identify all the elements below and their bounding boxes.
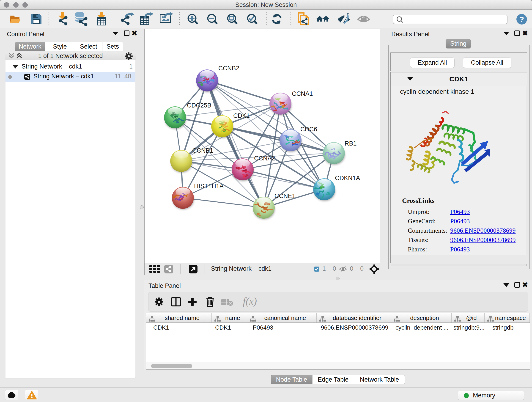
svg-text:CCNB2: CCNB2 (218, 65, 239, 72)
svg-text:CCNE1: CCNE1 (274, 192, 296, 199)
svg-text:CCNA1: CCNA1 (292, 90, 313, 97)
svg-text:CCNB1: CCNB1 (192, 147, 213, 154)
svg-text:RB1: RB1 (345, 140, 357, 147)
svg-text:CDKN1A: CDKN1A (335, 175, 360, 182)
svg-text:HIST1H1A: HIST1H1A (194, 183, 224, 190)
svg-text:CDK1: CDK1 (233, 112, 250, 119)
svg-text:CDC25B: CDC25B (187, 102, 211, 109)
svg-text:CDC6: CDC6 (300, 126, 317, 133)
svg-text:CCNA2: CCNA2 (254, 155, 275, 162)
